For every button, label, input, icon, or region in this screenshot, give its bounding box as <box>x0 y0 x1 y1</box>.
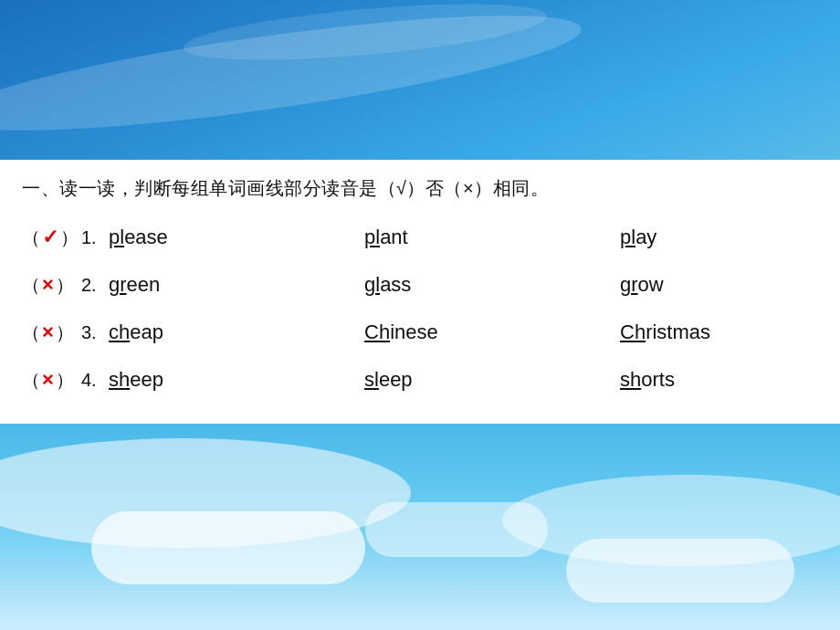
mark-cell-3: （×） <box>22 309 81 356</box>
mark-cell-4: （×） <box>22 356 81 404</box>
word2-cell-3: Chinese <box>364 309 620 356</box>
mark-symbol-1: ✓ <box>42 226 58 249</box>
mark-cell-2: （×） <box>22 261 81 309</box>
word1-cell-1: please <box>109 214 364 261</box>
exercise-table: （✓） 1. please plant play （×） 2. green gl… <box>22 214 818 404</box>
word1-cell-2: green <box>109 261 364 309</box>
cloud-2 <box>365 502 548 557</box>
cloud-3 <box>566 539 794 603</box>
word2-cell-1: plant <box>364 214 620 261</box>
word2-cell-2: glass <box>364 261 620 309</box>
mark-open-3: （ <box>22 322 40 342</box>
mark-close-3: ） <box>56 322 74 342</box>
table-row: （✓） 1. please plant play <box>22 214 818 261</box>
table-row: （×） 4. sheep sleep shorts <box>22 356 818 404</box>
mark-close-4: ） <box>56 370 74 390</box>
cloud-1 <box>91 511 365 584</box>
word3-cell-4: shorts <box>620 356 818 404</box>
instruction-text: 一、读一读，判断每组单词画线部分读音是（√）否（×）相同。 <box>22 176 818 201</box>
num-cell-4: 4. <box>81 356 109 404</box>
num-cell-1: 1. <box>81 214 109 261</box>
mark-symbol-4: × <box>42 368 54 392</box>
num-cell-2: 2. <box>81 261 109 309</box>
word2-cell-4: sleep <box>364 356 620 404</box>
mark-open-2: （ <box>22 275 40 295</box>
word1-cell-3: cheap <box>109 309 364 356</box>
mark-close-1: ） <box>60 227 79 247</box>
word3-cell-1: play <box>620 214 818 261</box>
table-row: （×） 2. green glass grow <box>22 261 818 309</box>
mark-cell-1: （✓） <box>22 214 81 261</box>
content-panel: 一、读一读，判断每组单词画线部分读音是（√）否（×）相同。 （✓） 1. ple… <box>0 160 840 424</box>
word3-cell-2: grow <box>620 261 818 309</box>
mark-open-1: （ <box>22 227 40 247</box>
top-sky-background <box>0 0 840 173</box>
num-cell-3: 3. <box>81 309 109 356</box>
mark-open-4: （ <box>22 370 40 390</box>
mark-symbol-2: × <box>42 273 54 297</box>
mark-symbol-3: × <box>42 320 54 344</box>
table-row: （×） 3. cheap Chinese Christmas <box>22 309 818 356</box>
word3-cell-3: Christmas <box>620 309 818 356</box>
mark-close-2: ） <box>56 275 74 295</box>
word1-cell-4: sheep <box>109 356 364 404</box>
bottom-sky-background <box>0 420 840 630</box>
